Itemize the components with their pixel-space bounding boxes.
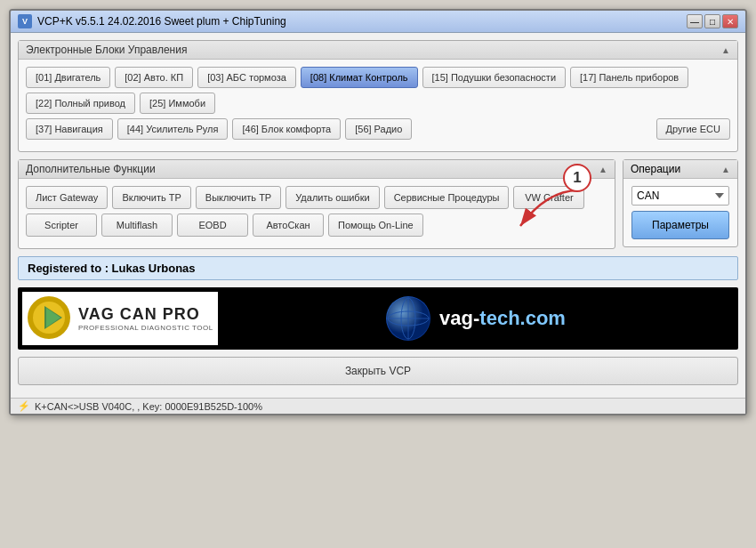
ecu-btn-17[interactable]: [17] Панель приборов	[570, 67, 688, 88]
functions-panel-header: Дополнительные Функции ▲	[19, 160, 615, 179]
main-window: V VCP+K v5.5.1 24.02.2016 Sweet plum + C…	[9, 9, 747, 415]
ecu-btn-01[interactable]: [01] Двигатель	[26, 67, 110, 88]
ecu-row-2: [37] Навигация [44] Усилитель Руля [46] …	[26, 118, 730, 140]
ecu-row-1: [01] Двигатель [02] Авто. КП [03] АБС то…	[26, 67, 730, 114]
func-btn-eobd[interactable]: EOBD	[177, 214, 248, 237]
functions-panel-content: Лист Gateway Включить ТР Выключить ТР Уд…	[19, 179, 615, 248]
func-btn-scripter[interactable]: Scripter	[26, 214, 97, 237]
registered-bar: Registered to : Lukas Urbonas	[18, 256, 738, 280]
ecu-btn-56[interactable]: [56] Радио	[345, 118, 412, 140]
ops-title: Операции	[631, 163, 680, 175]
functions-panel-title: Дополнительные Функции	[26, 163, 156, 175]
ecu-btn-22[interactable]: [22] Полный привод	[26, 93, 135, 114]
minimize-button[interactable]: —	[687, 14, 703, 28]
title-bar: V VCP+K v5.5.1 24.02.2016 Sweet plum + C…	[11, 11, 745, 33]
vag-logo-svg	[27, 295, 71, 340]
app-icon: V	[18, 14, 32, 28]
ops-header: Операции ▲	[623, 160, 737, 179]
func-btn-tp-on[interactable]: Включить ТР	[112, 186, 190, 209]
status-bar: ⚡ K+CAN<>USB V040C, , Key: 0000E91B525D-…	[11, 398, 745, 414]
ecu-btn-02[interactable]: [02] Авто. КП	[115, 67, 193, 88]
ecu-panel-title: Электронные Блоки Управления	[26, 44, 187, 56]
vag-text-white: vag-	[439, 307, 479, 329]
close-button[interactable]: ✕	[722, 14, 738, 28]
ecu-panel-header: Электронные Блоки Управления ▲	[19, 41, 737, 60]
ecu-btn-37[interactable]: [37] Навигация	[26, 118, 113, 140]
vag-text-blue: tech.com	[479, 307, 566, 329]
func-btn-service[interactable]: Сервисные Процедуры	[384, 186, 510, 209]
ecu-btn-44[interactable]: [44] Усилитель Руля	[117, 118, 229, 140]
functions-panel-arrow[interactable]: ▲	[599, 165, 607, 174]
status-icon: ⚡	[18, 400, 30, 412]
operations-panel: Операции ▲ CAN K-Line ISO Параметры	[623, 159, 738, 256]
ecu-panel: Электронные Блоки Управления ▲ [01] Двиг…	[18, 40, 738, 152]
title-buttons: — □ ✕	[687, 14, 738, 28]
func-row-2: Scripter Multiflash EOBD АвтоСкан Помощь…	[26, 214, 607, 237]
title-text: VCP+K v5.5.1 24.02.2016 Sweet plum + Chi…	[37, 15, 286, 28]
ops-content: CAN K-Line ISO Параметры	[623, 179, 737, 246]
ecu-panel-arrow[interactable]: ▲	[721, 45, 730, 55]
functions-panel-box: Дополнительные Функции ▲ Лист Gateway Вк…	[18, 159, 615, 249]
close-vcp-button[interactable]: Закрыть VCP	[18, 357, 738, 385]
func-row-1: Лист Gateway Включить ТР Выключить ТР Уд…	[26, 186, 607, 209]
globe-svg	[386, 296, 430, 341]
window-body: Электронные Блоки Управления ▲ [01] Двиг…	[11, 33, 745, 398]
params-button[interactable]: Параметры	[631, 211, 729, 239]
ecu-btn-46[interactable]: [46] Блок комфорта	[232, 118, 341, 140]
vag-can-pro-text-block: VAG CAN PRO PROFESSIONAL DIAGNOSTIC TOOL	[78, 305, 213, 332]
title-bar-left: V VCP+K v5.5.1 24.02.2016 Sweet plum + C…	[18, 14, 286, 28]
status-text: K+CAN<>USB V040C, , Key: 0000E91B525D-10…	[35, 401, 262, 412]
functions-panel: Дополнительные Функции ▲ Лист Gateway Вк…	[18, 159, 615, 256]
ecu-btn-25[interactable]: [25] Иммоби	[140, 93, 215, 114]
func-btn-gateway[interactable]: Лист Gateway	[26, 186, 108, 209]
ecu-panel-content: [01] Двигатель [02] Авто. КП [03] АБС то…	[19, 60, 737, 151]
func-btn-help-online[interactable]: Помощь On-Line	[328, 214, 423, 237]
ops-arrow[interactable]: ▲	[721, 165, 730, 174]
func-btn-delete-errors[interactable]: Удалить ошибки	[286, 186, 379, 209]
can-dropdown[interactable]: CAN K-Line ISO	[631, 186, 729, 206]
func-btn-multiflash[interactable]: Multiflash	[101, 214, 173, 237]
func-btn-autoscan[interactable]: АвтоСкан	[253, 214, 324, 237]
other-ecu-button[interactable]: Другие ECU	[656, 118, 731, 140]
maximize-button[interactable]: □	[704, 14, 720, 28]
banner-right: vag-tech.com	[218, 296, 734, 341]
operations-panel-box: Операции ▲ CAN K-Line ISO Параметры	[623, 159, 738, 247]
registered-text: Registered to : Lukas Urbonas	[28, 262, 196, 275]
vag-can-pro-sub: PROFESSIONAL DIAGNOSTIC TOOL	[78, 324, 213, 332]
banner-globe	[386, 296, 430, 341]
main-area: 1 Дополнительные Функции ▲ Лист Gateway …	[18, 159, 738, 256]
vag-tech-text: vag-tech.com	[439, 307, 566, 330]
banner: VAG CAN PRO PROFESSIONAL DIAGNOSTIC TOOL	[18, 287, 738, 350]
vag-logo	[27, 295, 71, 342]
func-btn-tp-off[interactable]: Выключить ТР	[196, 186, 281, 209]
ecu-btn-15[interactable]: [15] Подушки безопасности	[422, 67, 566, 88]
vag-can-pro-main: VAG CAN PRO	[78, 305, 213, 324]
ecu-btn-08[interactable]: [08] Климат Контроль	[301, 67, 418, 88]
banner-left: VAG CAN PRO PROFESSIONAL DIAGNOSTIC TOOL	[22, 292, 218, 345]
func-btn-vw-crafter[interactable]: VW Crafter	[513, 186, 584, 209]
ecu-btn-03[interactable]: [03] АБС тормоза	[197, 67, 296, 88]
